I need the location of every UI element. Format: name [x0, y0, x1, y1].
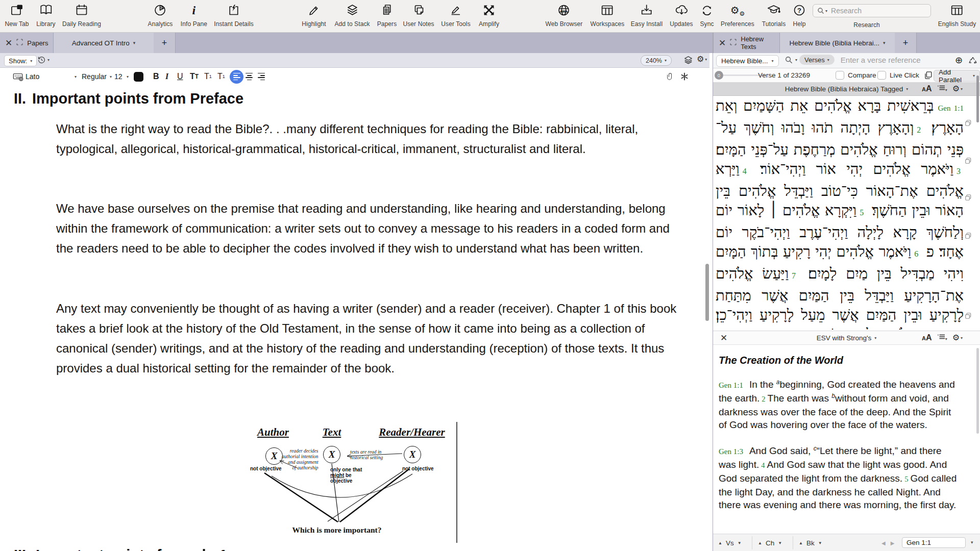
align-center-button[interactable]	[246, 68, 253, 85]
note-marker-icon[interactable]	[965, 312, 972, 319]
live-click-checkbox-row[interactable]: Live Click	[877, 71, 919, 80]
amplify-button[interactable]: Amplify	[479, 3, 499, 28]
align-left-button[interactable]	[230, 68, 243, 85]
compare-checkbox	[836, 71, 844, 80]
font-size-dropdown[interactable]: 12▾	[114, 68, 129, 85]
esv-pane-title-dropdown[interactable]: ESV with Strong's▾	[817, 334, 877, 342]
underline-button[interactable]: U	[177, 68, 183, 85]
text-color-swatch[interactable]	[134, 68, 143, 85]
search-mode-caret[interactable]: ▾	[795, 58, 797, 62]
text-source-dropdown[interactable]: Hebrew Bible...▾	[716, 55, 779, 67]
research-search-box[interactable]: ▾	[813, 4, 931, 17]
search-scope-caret[interactable]: ▾	[825, 9, 827, 13]
web-browser-button[interactable]: www Web Browser	[546, 3, 583, 28]
font-size-icon[interactable]: AA	[922, 84, 932, 93]
doc-settings-dropdown[interactable]: ⚙▾	[697, 55, 707, 63]
hebrew-scrollbar-thumb[interactable]	[976, 76, 979, 122]
add-search-icon[interactable]: ⊕	[955, 55, 963, 66]
tab-hebrew-bible[interactable]: Hebrew Bible (Biblia Hebrai...▾	[779, 33, 895, 53]
note-marker-icon[interactable]	[965, 232, 972, 239]
tab-caret-icon[interactable]: ▾	[883, 40, 886, 45]
question-circle-icon: ?	[792, 3, 806, 18]
daily-reading-button[interactable]: Daily Reading	[62, 3, 101, 28]
info-pane-button[interactable]: i Info Pane	[181, 3, 207, 28]
chapter-stepper[interactable]: ▲Ch▼	[758, 534, 782, 551]
reference-caret[interactable]: ▾	[971, 540, 973, 545]
help-button[interactable]: ? Help	[792, 3, 806, 28]
compare-checkbox-row[interactable]: Compare	[836, 71, 876, 80]
instant-details-button[interactable]: Instant Details	[214, 3, 254, 28]
history-arrows[interactable]: ◀▶	[881, 534, 894, 551]
tab-caret-icon[interactable]: ▾	[133, 40, 136, 45]
close-zone-icon[interactable]: ✕	[5, 39, 12, 47]
expand-icon[interactable]	[16, 38, 23, 47]
close-zone-icon[interactable]: ✕	[719, 39, 726, 47]
new-tab-plus-button[interactable]: +	[895, 33, 917, 53]
close-pane-icon[interactable]: ✕	[720, 334, 727, 342]
font-size-icon[interactable]: AA	[922, 333, 932, 342]
esv-pane-settings[interactable]: ⚙▾	[952, 334, 963, 342]
italic-button[interactable]: I	[165, 68, 168, 85]
attachment-paperclip-icon[interactable]	[665, 68, 675, 85]
document-editor[interactable]: II. Important points from Preface What i…	[0, 85, 709, 551]
diagram-header-author: Author	[257, 426, 289, 439]
layers-icon[interactable]	[683, 55, 694, 67]
hebrew-pane-title-dropdown[interactable]: Hebrew Bible (Biblia Hebraica) Tagged▾	[785, 85, 909, 93]
esv-scrollbar-thumb[interactable]	[976, 348, 979, 434]
hebrew-pane-settings[interactable]: ⚙▾	[952, 85, 963, 93]
gear-icon: ⚙	[952, 85, 960, 93]
asterisk-icon[interactable]	[680, 68, 689, 85]
align-right-button[interactable]	[258, 68, 265, 85]
user-tools-icon	[441, 3, 470, 18]
tutorials-button[interactable]: Tutorials	[762, 3, 786, 28]
bold-button[interactable]: B	[153, 68, 159, 85]
zoom-level-dropdown[interactable]: 240%▾	[641, 55, 672, 66]
show-dropdown[interactable]: Show:▾	[4, 55, 37, 66]
add-to-stack-button[interactable]: Add to Stack	[334, 3, 370, 28]
sync-button[interactable]: Sync	[700, 3, 714, 28]
refresh-cycle-icon[interactable]	[968, 56, 977, 67]
workspaces-button[interactable]: Workspaces	[591, 3, 625, 28]
note-marker-icon[interactable]	[965, 194, 972, 201]
papers-button[interactable]: Papers	[377, 3, 397, 28]
research-input[interactable]	[830, 6, 909, 15]
document-scrollbar-thumb[interactable]	[705, 264, 709, 321]
keyboard-language-icon[interactable]	[12, 68, 23, 85]
highlight-button[interactable]: Highlight	[302, 3, 326, 28]
font-family-dropdown[interactable]: Lato▾	[26, 68, 77, 85]
library-button[interactable]: Library	[36, 3, 55, 28]
user-notes-button[interactable]: User Notes	[403, 3, 434, 28]
new-tab-button[interactable]: New Tab	[5, 3, 29, 28]
user-tools-button[interactable]: User Tools	[441, 3, 470, 28]
hebrew-bible-text[interactable]: Gen 1:1בְּרֵאשִׁית בָּרָא אֱלֹהִים אֵת ה…	[716, 96, 964, 330]
analytics-button[interactable]: Analytics	[148, 3, 173, 28]
add-parallel-button[interactable]: Add Parallel▾	[934, 70, 980, 82]
note-marker-icon[interactable]	[965, 157, 972, 164]
display-format-dropdown[interactable]: ▾	[937, 84, 947, 93]
verse-reference-input[interactable]	[840, 55, 959, 65]
display-format-dropdown[interactable]: ▾	[937, 333, 947, 342]
verse-stepper[interactable]: ▲Vs▼	[718, 534, 742, 551]
search-icon[interactable]	[785, 56, 793, 64]
font-style-dropdown[interactable]: Regular▾	[82, 68, 110, 85]
search-scope-pill[interactable]: Verses▾	[799, 55, 835, 65]
book-stepper[interactable]: ▲Bk▼	[799, 534, 822, 551]
new-tab-plus-button[interactable]: +	[154, 33, 176, 53]
updates-button[interactable]: Updates	[670, 3, 693, 28]
history-dropdown[interactable]: ▾	[37, 55, 50, 65]
easy-install-button[interactable]: Easy Install	[631, 3, 663, 28]
preferences-button[interactable]: ⚙⚙ Preferences	[721, 3, 754, 28]
parallel-pages-icon[interactable]	[923, 70, 933, 82]
tab-advanced-ot-intro[interactable]: Advanced OT Intro▾	[53, 33, 154, 53]
panel-divider[interactable]	[713, 33, 713, 551]
english-study-button[interactable]: English Study	[938, 3, 976, 28]
superscript-button[interactable]: T1	[204, 68, 212, 85]
esv-bible-text[interactable]: The Creation of the World Gen 1:1In the …	[719, 352, 958, 534]
note-marker-icon[interactable]	[965, 119, 972, 127]
verse-slider-knob[interactable]: 0	[715, 71, 723, 80]
goto-reference-input[interactable]	[902, 537, 966, 548]
subscript-button[interactable]: T1	[217, 68, 225, 85]
gear-icon: ⚙	[697, 55, 704, 63]
expand-icon[interactable]	[730, 38, 737, 47]
text-size-button[interactable]: TT	[190, 68, 199, 85]
